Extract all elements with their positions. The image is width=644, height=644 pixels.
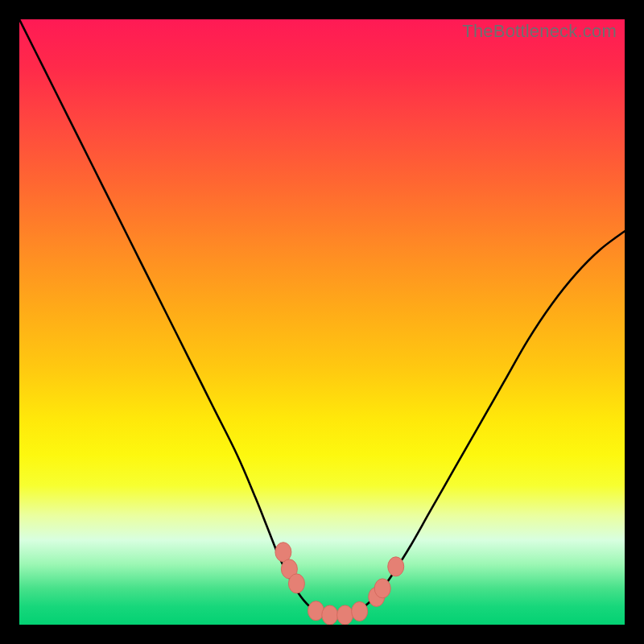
curve-marker (337, 605, 353, 625)
curve-marker (352, 601, 368, 621)
curve-marker (308, 601, 324, 621)
curve-marker (374, 579, 390, 598)
curve-markers (275, 543, 404, 625)
chart-frame: TheBottleneck.com (0, 0, 644, 644)
curve-marker (322, 605, 338, 625)
curve-marker (388, 557, 404, 576)
curve-layer (19, 19, 625, 625)
curve-marker (275, 543, 291, 562)
curve-marker (288, 574, 304, 593)
bottleneck-curve (19, 19, 625, 616)
plot-area: TheBottleneck.com (19, 19, 625, 625)
